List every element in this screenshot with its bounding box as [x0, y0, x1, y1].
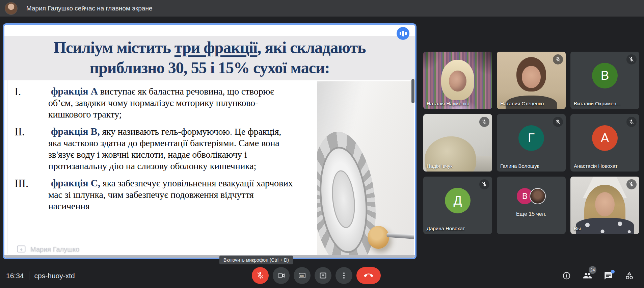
meet-window: Мария Галушко сейчас на главном экране П… — [0, 0, 644, 288]
call-controls: CC — [252, 267, 381, 284]
item-lead: фракція В, — [51, 126, 100, 137]
participant-grid: Наталія Науменко Наталия Стеценко В Вита… — [423, 52, 639, 234]
item-text: фракція С, яка забезпечує уповільнення е… — [48, 177, 295, 212]
audio-playing-indicator-icon — [397, 27, 409, 40]
presenter-watermark: Мария Галушко — [17, 245, 79, 253]
participant-name: Вы — [574, 226, 581, 231]
more-options-button[interactable] — [336, 267, 352, 284]
chat-button[interactable] — [604, 271, 613, 280]
present-button[interactable] — [315, 267, 331, 284]
participant-name: Дарина Новохат — [427, 226, 465, 231]
meeting-code: cps-huoy-xtd — [34, 272, 75, 280]
mic-off-icon — [256, 271, 264, 280]
camera-toggle-button[interactable] — [273, 267, 290, 284]
mic-off-icon — [479, 179, 489, 189]
bottom-bar: 16:34 cps-huoy-xtd CC — [0, 263, 644, 288]
mic-off-icon — [479, 117, 489, 127]
item-text: фракція В, яку називають гель-формуючою.… — [48, 125, 295, 172]
svg-text:CC: CC — [300, 274, 304, 278]
chat-unread-dot — [611, 270, 615, 273]
participant-name: Галина Волощук — [500, 163, 539, 169]
end-call-button[interactable] — [356, 267, 381, 284]
item-numeral: III. — [15, 177, 48, 212]
call-end-icon — [364, 271, 373, 280]
captions-icon: CC — [298, 271, 306, 280]
shared-screen-tile[interactable]: Псиліум містить три фракції, які складаю… — [3, 23, 417, 259]
mic-off-icon — [553, 117, 563, 127]
slide-bottom-strip — [4, 255, 415, 258]
mic-tooltip: Включить микрофон (Ctrl + D) — [219, 256, 293, 264]
more-vertical-icon — [340, 271, 348, 280]
participant-avatar: Г — [518, 125, 544, 151]
overflow-count-label: Ещё 15 чел. — [497, 211, 566, 217]
participant-tile[interactable]: Г Галина Волощук — [497, 114, 566, 172]
participant-name: Наталия Стеценко — [500, 101, 544, 106]
mic-off-icon — [626, 54, 637, 64]
presenter-status-text: Мария Галушко сейчас на главном экране — [26, 5, 152, 12]
camera-icon — [277, 271, 285, 280]
participant-tile-overflow[interactable]: В Ещё 15 чел. — [497, 177, 566, 234]
meeting-info: 16:34 cps-huoy-xtd — [6, 263, 75, 288]
slide-body: I. фракція А виступає як баластна речови… — [15, 85, 302, 217]
clock-time: 16:34 — [6, 272, 24, 280]
participant-tile[interactable]: В Виталий Охримен... — [570, 52, 639, 109]
slide-scrollbar[interactable] — [411, 79, 414, 103]
meeting-details-button[interactable] — [562, 271, 571, 280]
item-text: фракція А виступає як баластна речовина,… — [48, 85, 295, 120]
participant-avatar: В — [592, 63, 618, 88]
mic-off-icon — [626, 117, 637, 127]
mic-off-icon — [626, 179, 637, 189]
activities-button[interactable] — [625, 271, 634, 280]
slide-photo-psyllium — [317, 81, 414, 255]
activities-icon — [625, 271, 634, 280]
item-numeral: II. — [15, 125, 48, 172]
participant-name: Наталія Науменко — [427, 101, 469, 106]
participant-name: Виталий Охримен... — [574, 101, 620, 106]
presenter-avatar — [5, 2, 18, 15]
slide-title-line1: Псиліум містить три фракції, які складаю… — [4, 37, 415, 58]
divider — [29, 271, 29, 280]
slide-edge-line — [7, 80, 7, 254]
mic-off-icon — [553, 54, 563, 64]
present-icon — [319, 271, 327, 280]
slide-item-2: II. фракція В, яку називають гель-формую… — [15, 125, 302, 172]
captions-button[interactable]: CC — [294, 267, 311, 284]
item-lead: фракція С, — [51, 177, 100, 188]
participant-tile[interactable]: Д Дарина Новохат — [423, 177, 492, 234]
participant-tile[interactable]: Наталія Науменко — [423, 52, 492, 109]
slide-title-line2: приблизно 30, 55 і 15% сухої маси: — [4, 58, 415, 77]
info-icon — [562, 271, 571, 280]
participant-tile[interactable]: Надія Івчук — [423, 114, 492, 172]
participant-tile[interactable]: А Анастасія Новохат — [570, 114, 639, 172]
participant-avatar: Д — [445, 188, 471, 213]
slide-item-1: I. фракція А виступає як баластна речови… — [15, 85, 302, 120]
watermark-name: Мария Галушко — [30, 245, 79, 253]
participants-button[interactable]: 24 — [583, 271, 592, 280]
psyllium-powder-spoonful — [368, 226, 389, 249]
underlined-phrase: три фракції — [175, 38, 257, 56]
participant-tile[interactable]: Наталия Стеценко — [497, 52, 566, 109]
slide-item-3: III. фракція С, яка забезпечує уповільне… — [15, 177, 302, 212]
slide-title: Псиліум містить три фракції, які складаю… — [4, 36, 415, 80]
top-bar: Мария Галушко сейчас на главном экране — [0, 0, 644, 17]
participants-count-badge: 24 — [589, 266, 596, 274]
present-icon — [17, 245, 26, 253]
participant-avatar: А — [592, 125, 618, 151]
spoon-handle — [386, 233, 414, 240]
participant-name: Анастасія Новохат — [574, 163, 618, 169]
overflow-avatar-photo — [530, 188, 546, 204]
presentation-slide: Псиліум містить три фракції, які складаю… — [4, 25, 415, 258]
overflow-avatars: В — [517, 188, 546, 204]
item-lead: фракція А — [51, 85, 98, 97]
participant-name: Надія Івчук — [427, 163, 453, 169]
panel-controls: 24 — [562, 263, 634, 288]
mic-toggle-button[interactable] — [252, 267, 269, 284]
item-numeral: I. — [15, 85, 48, 120]
participant-tile-self[interactable]: Вы — [570, 177, 639, 234]
